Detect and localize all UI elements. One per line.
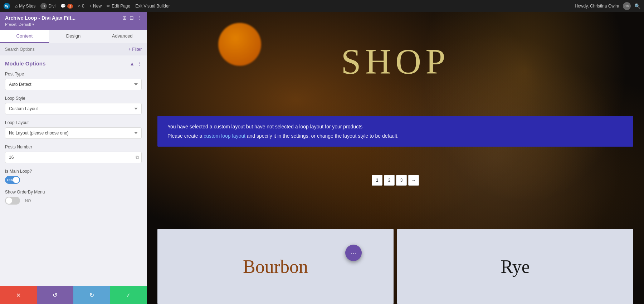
fruit-visual (218, 23, 261, 66)
fab-icon: ··· (351, 249, 356, 257)
shop-background: SHOP You have selected a custom layout b… (147, 12, 644, 304)
wp-logo-icon[interactable]: W (4, 3, 10, 9)
product-card-rye[interactable]: Rye (397, 229, 633, 304)
page-btn-1[interactable]: 1 (372, 175, 382, 186)
notice-banner: You have selected a custom layout but ha… (157, 116, 633, 147)
section-header: Module Options ▲ ⋮ (5, 60, 142, 67)
bubbles-link[interactable]: ○ 0 (78, 4, 84, 9)
divi-link[interactable]: D Divi (40, 3, 55, 9)
post-type-field: Post Type Auto Detect Post Page Product (5, 72, 142, 90)
tab-design[interactable]: Design (49, 30, 98, 43)
content-area: SHOP You have selected a custom layout b… (147, 12, 644, 304)
action-bar: ✕ ↺ ↻ ✓ (0, 286, 147, 304)
notice-line2: Please create a custom loop layout and s… (167, 133, 623, 139)
fab-button[interactable]: ··· (345, 245, 362, 261)
loop-layout-label: Loop Layout (5, 120, 142, 125)
tab-content[interactable]: Content (0, 30, 49, 43)
cancel-button[interactable]: ✕ (0, 286, 37, 304)
pagination: 1 2 3 → (372, 175, 419, 186)
howdy-text: Howdy, Christina Gwira (575, 4, 619, 9)
is-main-loop-field: Is Main Loop? YES (5, 169, 142, 184)
edit-page-button[interactable]: ✏ Edit Page (107, 4, 130, 9)
window-icon[interactable]: ⊞ (122, 15, 127, 21)
panel-content: Module Options ▲ ⋮ Post Type Auto Detect… (0, 55, 147, 286)
copy-icon: ⧉ (136, 155, 139, 160)
panel-header: Archive Loop - Divi Ajax Filt... ⊞ ⊟ ⋮ P… (0, 12, 147, 30)
notice-link[interactable]: custom loop layout (204, 133, 245, 139)
cancel-icon: ✕ (16, 292, 21, 299)
tabs-row: Content Design Advanced (0, 30, 147, 43)
collapse-icon[interactable]: ▲ (130, 61, 135, 67)
panel-title: Archive Loop - Divi Ajax Filt... (5, 15, 75, 21)
left-panel: Archive Loop - Divi Ajax Filt... ⊞ ⊟ ⋮ P… (0, 12, 147, 304)
search-icon[interactable]: 🔍 (634, 3, 640, 9)
is-main-loop-toggle[interactable]: YES (5, 176, 20, 184)
toggle-knob-off (6, 197, 12, 204)
exit-builder-button[interactable]: Exit Visual Builder (135, 4, 170, 9)
redo-button[interactable]: ↻ (73, 286, 110, 304)
posts-number-label: Posts Number (5, 144, 142, 149)
loop-layout-select[interactable]: No Layout (please choose one) (5, 127, 142, 139)
search-input[interactable] (5, 47, 126, 52)
redo-icon: ↻ (89, 292, 94, 299)
comments-badge: 3 (67, 4, 73, 9)
divi-icon: D (40, 3, 47, 9)
product-card-bourbon[interactable]: Bourbon (157, 229, 394, 304)
section-title: Module Options (5, 60, 45, 67)
page-btn-next[interactable]: → (408, 175, 419, 186)
notice-line1: You have selected a custom layout but ha… (167, 124, 623, 129)
page-btn-2[interactable]: 2 (384, 175, 395, 186)
preset-label[interactable]: Preset: Default ▾ (5, 22, 142, 27)
is-main-loop-label: Is Main Loop? (5, 169, 142, 174)
save-icon: ✓ (126, 292, 131, 299)
shop-title: SHOP (341, 41, 450, 82)
my-sites-link[interactable]: ⌂ My Sites (15, 4, 35, 9)
post-type-select[interactable]: Auto Detect Post Page Product (5, 79, 142, 90)
bubble-icon: ○ (78, 4, 80, 9)
loop-style-select[interactable]: Custom Layout Default Grid (5, 103, 142, 114)
notice-suffix: and specify it in the settings, or chang… (245, 133, 399, 139)
rye-title: Rye (501, 256, 530, 277)
layout-icon[interactable]: ⊟ (130, 15, 134, 21)
comments-link[interactable]: 💬 3 (60, 4, 73, 9)
filter-button[interactable]: + Filter (128, 47, 142, 52)
loop-style-label: Loop Style (5, 96, 142, 101)
posts-number-input[interactable] (5, 152, 142, 163)
search-row: + Filter (0, 43, 147, 55)
post-type-label: Post Type (5, 72, 142, 77)
show-orderby-label: Show OrderBy Menu (5, 190, 142, 195)
loop-style-field: Loop Style Custom Layout Default Grid (5, 96, 142, 114)
toggle-yes-label: YES (6, 178, 13, 182)
more-icon[interactable]: ⋮ (137, 15, 142, 21)
undo-icon: ↺ (53, 292, 57, 299)
loop-layout-field: Loop Layout No Layout (please choose one… (5, 120, 142, 139)
wp-admin-bar: W ⌂ My Sites D Divi 💬 3 ○ 0 + New ✏ Edit… (0, 0, 644, 12)
product-cards: Bourbon Rye (157, 229, 633, 304)
home-icon: ⌂ (15, 4, 18, 9)
page-btn-3[interactable]: 3 (396, 175, 407, 186)
undo-button[interactable]: ↺ (37, 286, 74, 304)
tab-advanced[interactable]: Advanced (98, 30, 147, 43)
new-button[interactable]: + New (89, 4, 102, 9)
notice-prefix: Please create a (167, 133, 204, 139)
edit-icon: ✏ (107, 4, 110, 9)
section-more-icon[interactable]: ⋮ (137, 61, 142, 67)
show-orderby-toggle[interactable] (5, 197, 20, 205)
toggle-no-label: NO (25, 198, 31, 203)
bourbon-title: Bourbon (243, 256, 308, 277)
avatar[interactable]: CG (623, 2, 631, 10)
toggle-knob (13, 177, 19, 183)
save-button[interactable]: ✓ (110, 286, 147, 304)
comments-icon: 💬 (60, 4, 66, 9)
posts-number-field: Posts Number ⧉ (5, 144, 142, 163)
show-orderby-field: Show OrderBy Menu NO (5, 190, 142, 205)
